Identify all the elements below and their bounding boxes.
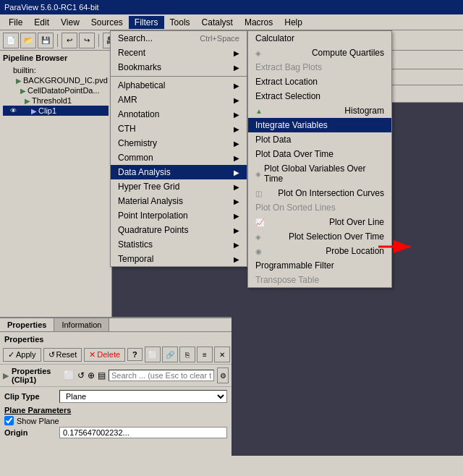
sep2 [98, 34, 99, 47]
search-bar: ▶ Properties (Clip1) ⬜ ↺ ⊕ ▤ ⚙ [0, 365, 232, 387]
data-analysis-submenu: Calculator ◈ Compute Quartiles Extract B… [247, 30, 392, 288]
menu-help[interactable]: Help [279, 16, 308, 29]
undo-button[interactable]: ↩ [61, 33, 77, 48]
bottom-tabs: Properties Information [0, 318, 232, 332]
plotoverline-icon: 📈 [255, 218, 264, 226]
props-close-button[interactable]: ✕ [214, 347, 230, 362]
da-extractbagplots[interactable]: Extract Bag Plots [248, 60, 391, 75]
da-plotglobal[interactable]: ◈ Plot Global Variables Over Time [248, 161, 391, 186]
show-plane-checkbox[interactable] [4, 416, 14, 425]
props-settings-button[interactable]: ≡ [197, 347, 213, 362]
filters-menu-search[interactable]: Search... Ctrl+Space [111, 31, 247, 46]
save-button[interactable]: 💾 [38, 33, 54, 48]
props-expand-button[interactable]: ⬜ [145, 347, 161, 362]
menu-file[interactable]: File [3, 16, 28, 29]
tab-properties[interactable]: Properties [0, 318, 54, 331]
pipeline-label-threshold: Threshold1 [32, 96, 72, 105]
props-detach-button[interactable]: 🔗 [162, 347, 178, 362]
reset-button[interactable]: ↺ Reset [43, 348, 82, 362]
props-icon3: ⊕ [88, 370, 95, 381]
menu-tools[interactable]: Tools [164, 16, 196, 29]
da-plotonsorted[interactable]: Plot On Sorted Lines [248, 200, 391, 215]
pipeline-item-clip1[interactable]: 👁 ▶ Clip1 [3, 106, 109, 116]
search-input[interactable] [109, 370, 214, 381]
da-plotdataovertime[interactable]: Plot Data Over Time [248, 147, 391, 161]
apply-button[interactable]: ✓ Apply [3, 348, 41, 362]
sep1 [57, 34, 58, 47]
origin-value: 0.175647002232... [59, 427, 227, 438]
compute-quartiles-icon: ◈ [255, 49, 261, 57]
probe-icon: ◉ [255, 247, 262, 255]
search-settings-button[interactable]: ⚙ [217, 367, 229, 383]
props-icon2: ↺ [77, 370, 85, 381]
plotselection-icon: ◈ [255, 233, 261, 241]
menu-bar: File Edit View Sources Filters Tools Cat… [0, 14, 463, 30]
da-programmablefilter[interactable]: Programmable Filter [248, 258, 391, 273]
help-button[interactable]: ? [127, 348, 143, 361]
pipeline-item-celldatatopoint[interactable]: ▶ CellDatatoPointDa... [3, 85, 109, 95]
da-extractlocation[interactable]: Extract Location [248, 75, 391, 89]
delete-button[interactable]: ✕ Delete [84, 348, 125, 362]
origin-row: Origin 0.175647002232... [4, 427, 227, 438]
pipeline-label-clip1: Clip1 [38, 106, 56, 115]
filters-menu-hypertreegrid[interactable]: Hyper Tree Grid ▶ [111, 179, 247, 194]
da-integratevariables[interactable]: Integrate Variables [248, 118, 391, 132]
da-plotoverline[interactable]: 📈 Plot Over Line [248, 215, 391, 229]
menu-sources[interactable]: Sources [85, 16, 129, 29]
props-sub-header: ▶ [3, 371, 9, 381]
props-content: Clip Type Plane Box Sphere Plane Paramet… [0, 387, 232, 443]
da-calculator[interactable]: Calculator [248, 31, 391, 46]
redo-button[interactable]: ↪ [79, 33, 95, 48]
bottom-panel: Properties Information Properties ✓ Appl… [0, 317, 232, 476]
props-toolbar: ✓ Apply ↺ Reset ✕ Delete ? ⬜ 🔗 ⎘ ≡ ✕ [0, 345, 232, 365]
filters-menu: Search... Ctrl+Space Recent ▶ Bookmarks … [110, 30, 247, 267]
da-plotselection[interactable]: ◈ Plot Selection Over Time [248, 229, 391, 244]
pipeline-browser-title: Pipeline Browser [3, 54, 109, 62]
menu-filters[interactable]: Filters [129, 16, 164, 29]
tab-information[interactable]: Information [54, 318, 109, 331]
da-plotintersection[interactable]: ◫ Plot On Intersection Curves [248, 186, 391, 200]
filters-menu-quadraturepoints[interactable]: Quadrature Points ▶ [111, 223, 247, 237]
filters-menu-common[interactable]: Common ▶ [111, 150, 247, 165]
filters-menu-cth[interactable]: CTH ▶ [111, 122, 247, 136]
pipeline-label-builtin: builtin: [13, 66, 36, 75]
menu-macros[interactable]: Macros [239, 16, 279, 29]
menu-divider-1 [111, 76, 247, 77]
new-button[interactable]: 📄 [3, 33, 19, 48]
da-probelocation[interactable]: ◉ Probe Location [248, 244, 391, 258]
reset-icon: ↺ [48, 350, 55, 360]
filters-menu-pointinterpolation[interactable]: Point Interpolation ▶ [111, 208, 247, 223]
da-computequartiles[interactable]: ◈ Compute Quartiles [248, 46, 391, 60]
filters-menu-materialanalysis[interactable]: Material Analysis ▶ [111, 194, 247, 208]
menu-view[interactable]: View [55, 16, 85, 29]
props-icon4: ▤ [98, 370, 106, 381]
da-extractselection[interactable]: Extract Selection [248, 89, 391, 103]
plane-params-title: Plane Parameters [4, 406, 227, 415]
filters-menu-temporal[interactable]: Temporal ▶ [111, 252, 247, 266]
da-plotdata[interactable]: Plot Data [248, 132, 391, 147]
clip-type-row: Clip Type Plane Box Sphere [4, 390, 227, 403]
filters-menu-amr[interactable]: AMR ▶ [111, 93, 247, 107]
filters-menu-chemistry[interactable]: Chemistry ▶ [111, 136, 247, 150]
open-button[interactable]: 📂 [20, 33, 36, 48]
props-panel-title: Properties [0, 332, 232, 345]
menu-edit[interactable]: Edit [28, 16, 55, 29]
show-plane-row: Show Plane [4, 416, 227, 425]
da-transposetable[interactable]: Transpose Table [248, 273, 391, 287]
pipeline-item-background[interactable]: ▶ BACKGROUND_IC.pvd [3, 75, 109, 85]
filters-menu-bookmarks[interactable]: Bookmarks ▶ [111, 60, 247, 75]
props-copy-button[interactable]: ⎘ [179, 347, 195, 362]
props-clip-label: Properties (Clip1) [12, 367, 58, 384]
clip-type-select[interactable]: Plane Box Sphere [59, 390, 227, 403]
filters-menu-annotation[interactable]: Annotation ▶ [111, 107, 247, 122]
da-histogram[interactable]: ▲ Histogram [248, 103, 391, 118]
filters-menu-dataanalysis[interactable]: Data Analysis ▶ [111, 165, 247, 179]
pipeline-item-builtin[interactable]: builtin: [3, 65, 109, 75]
plotintersection-icon: ◫ [255, 190, 262, 197]
filters-menu-alphabetical[interactable]: Alphabetical ▶ [111, 78, 247, 93]
pipeline-item-threshold[interactable]: ▶ Threshold1 [3, 95, 109, 106]
menu-catalyst[interactable]: Catalyst [196, 16, 239, 29]
app-title: ParaView 5.6.0-RC1 64-bit [4, 3, 99, 12]
filters-menu-statistics[interactable]: Statistics ▶ [111, 237, 247, 252]
filters-menu-recent[interactable]: Recent ▶ [111, 46, 247, 60]
